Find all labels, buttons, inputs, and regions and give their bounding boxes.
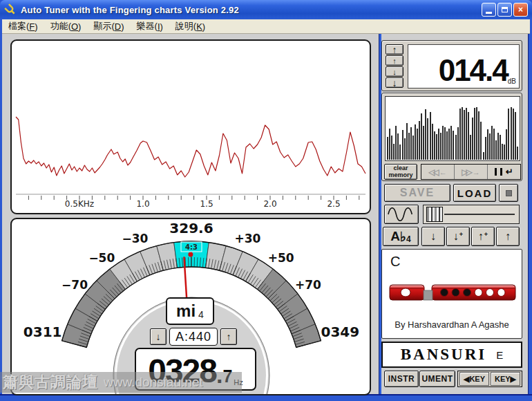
forward-icon: ▷▷ bbox=[462, 167, 470, 177]
history-bar bbox=[446, 131, 448, 160]
history-bar bbox=[470, 135, 471, 160]
fingering-chart-panel: C By Harshavardhan A Agashe bbox=[381, 249, 522, 339]
level-history-group: clear memory ◁◁ ← ▷▷ → ↵ bbox=[381, 93, 522, 181]
menu-item-3[interactable]: 樂器(I) bbox=[131, 19, 169, 33]
key-previous-button[interactable]: ◀KEY bbox=[459, 372, 489, 386]
fingering-credit: By Harshavardhan A Agashe bbox=[382, 319, 522, 330]
history-bar bbox=[517, 147, 518, 160]
window-border-right bbox=[528, 34, 532, 394]
history-bar bbox=[513, 109, 514, 160]
history-bar bbox=[504, 144, 505, 160]
window-border-left bbox=[0, 34, 2, 394]
svg-text:+50: +50 bbox=[268, 251, 294, 265]
double-up-arrow-icon: ↑ bbox=[392, 44, 397, 55]
clear-memory-button[interactable]: clear memory bbox=[384, 164, 417, 180]
close-button[interactable]: × bbox=[513, 3, 528, 17]
key-next-button[interactable]: KEY▶ bbox=[491, 372, 520, 386]
sine-wave-icon bbox=[387, 207, 416, 221]
db-down-button[interactable]: ↓ bbox=[386, 66, 403, 77]
up-arrow-icon: ↑ bbox=[392, 57, 397, 65]
menu-item-4[interactable]: 說明(K) bbox=[169, 19, 211, 33]
history-bar bbox=[487, 129, 488, 160]
history-bar bbox=[421, 113, 422, 160]
reference-up-button[interactable]: ↑ bbox=[220, 328, 237, 345]
db-up-button[interactable]: ↑ bbox=[386, 55, 403, 66]
load-button[interactable]: LOAD bbox=[453, 184, 496, 202]
memory-label: memory bbox=[388, 172, 412, 178]
forward-button[interactable]: ▷▷ → bbox=[455, 165, 488, 179]
instrument-button-right[interactable]: UMENT bbox=[419, 371, 455, 387]
transpose-arrow-button-0[interactable]: ↓ bbox=[421, 227, 445, 246]
history-bar bbox=[478, 111, 479, 160]
menu-bar: 檔案(F)功能(O)顯示(D)樂器(I)說明(K) bbox=[2, 19, 530, 34]
title-bar[interactable]: Auto Tuner with the Fingering charts Ver… bbox=[0, 0, 532, 19]
history-bar bbox=[502, 144, 503, 160]
slider-handle[interactable] bbox=[426, 207, 443, 222]
history-bar bbox=[448, 129, 450, 160]
tuner-gauge-panel: 4:3329.6−70−50−30+30+50+7003110349 mi 4 … bbox=[10, 218, 371, 395]
transpose-note: A bbox=[390, 229, 400, 244]
reference-row: ↓ A:440 ↑ bbox=[150, 328, 240, 346]
transpose-arrow-button-2[interactable]: ↑+ bbox=[471, 227, 495, 246]
close-icon: × bbox=[518, 5, 523, 15]
history-bar bbox=[444, 127, 446, 160]
note-octave: 4 bbox=[198, 309, 204, 320]
history-bar bbox=[476, 107, 477, 160]
history-bar bbox=[440, 133, 441, 160]
transpose-arrow-button-3[interactable]: ↑ bbox=[496, 227, 520, 246]
flat-icon: ♭ bbox=[400, 229, 406, 245]
note-name: mi bbox=[176, 301, 196, 321]
history-bar bbox=[497, 133, 499, 160]
history-bar bbox=[457, 127, 459, 160]
history-bar bbox=[485, 137, 486, 160]
up-arrow-icon: ↑ bbox=[227, 331, 231, 342]
db-value: 014.4 bbox=[439, 56, 508, 85]
minimize-button[interactable] bbox=[482, 3, 496, 17]
history-bar bbox=[419, 121, 420, 160]
minimize-icon bbox=[486, 12, 492, 14]
watermark-site-text: www.donsiau.net bbox=[104, 375, 203, 390]
down-arrow-icon: ↓ bbox=[392, 68, 397, 76]
volume-slider[interactable] bbox=[423, 205, 520, 224]
svg-text:2.5: 2.5 bbox=[327, 199, 340, 209]
db-up-fast-button[interactable]: ↑ bbox=[386, 44, 403, 55]
svg-text:0.5KHz: 0.5KHz bbox=[65, 199, 94, 209]
transpose-arrow-button-1[interactable]: ↓+ bbox=[446, 227, 470, 246]
svg-text:+70: +70 bbox=[295, 278, 321, 292]
rewind-button[interactable]: ◁◁ ← bbox=[421, 165, 455, 179]
history-bar bbox=[459, 109, 461, 160]
history-bar bbox=[434, 131, 435, 160]
save-button[interactable]: SAVE bbox=[384, 184, 450, 202]
history-bar bbox=[399, 144, 401, 160]
history-bar bbox=[406, 123, 408, 160]
svg-text:329.6: 329.6 bbox=[169, 220, 213, 236]
pause-button[interactable]: ↵ bbox=[488, 165, 520, 179]
svg-text:2.0: 2.0 bbox=[263, 199, 276, 209]
instrument-button-left[interactable]: INSTR bbox=[384, 371, 419, 387]
svg-text:0311: 0311 bbox=[23, 324, 62, 340]
menu-item-1[interactable]: 功能(O) bbox=[44, 19, 88, 33]
key-button-group: ◀KEY KEY▶ bbox=[457, 371, 522, 387]
right-arrow-icon: → bbox=[473, 168, 480, 176]
stop-button[interactable] bbox=[499, 184, 518, 202]
menu-item-0[interactable]: 檔案(F) bbox=[2, 19, 44, 33]
finger-hole-1-closed bbox=[441, 289, 448, 297]
transport-buttons: ◁◁ ← ▷▷ → ↵ bbox=[421, 164, 521, 180]
history-bar bbox=[480, 122, 482, 160]
finger-hole-4-open bbox=[475, 289, 482, 297]
history-bar bbox=[483, 152, 484, 160]
history-bar bbox=[415, 124, 416, 160]
waveform-button[interactable] bbox=[384, 205, 419, 224]
transpose-note-button[interactable]: A♭4 bbox=[383, 227, 419, 246]
reference-down-button[interactable]: ↓ bbox=[150, 328, 167, 345]
db-down-fast-button[interactable]: ↓ bbox=[386, 77, 403, 88]
finger-hole-3-closed bbox=[464, 289, 471, 297]
maximize-button[interactable] bbox=[497, 3, 512, 17]
history-bar bbox=[489, 133, 491, 160]
spectrum-chart: 0.5KHz1.01.52.02.5 bbox=[12, 41, 370, 213]
db-unit: dB bbox=[508, 77, 516, 85]
history-controls: clear memory ◁◁ ← ▷▷ → ↵ bbox=[384, 164, 521, 180]
history-bar bbox=[404, 138, 406, 160]
watermark: 簫與古調論壇 www.donsiau.net bbox=[0, 372, 242, 393]
menu-item-2[interactable]: 顯示(D) bbox=[87, 19, 130, 33]
